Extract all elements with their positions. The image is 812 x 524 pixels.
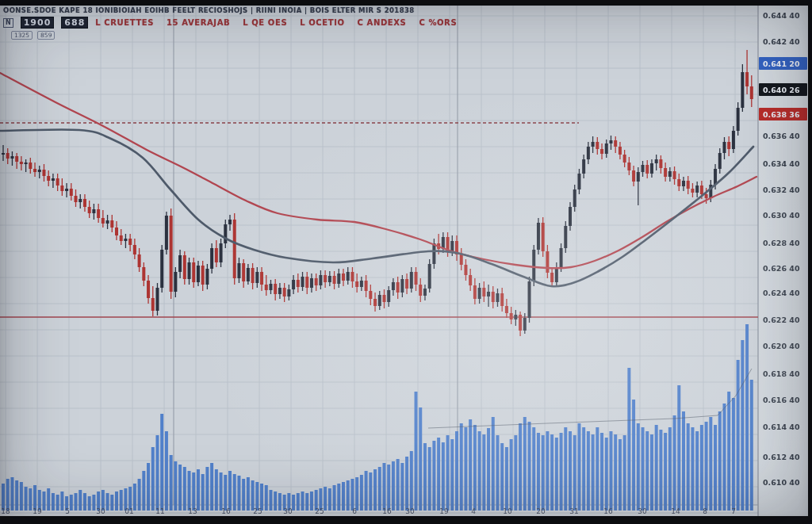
- candle: [500, 293, 504, 306]
- volume-bar: [659, 430, 662, 511]
- candle: [741, 72, 744, 108]
- volume-bar: [29, 488, 32, 511]
- volume-bar: [709, 417, 712, 511]
- price-axis-label: 0.620 40: [763, 342, 800, 350]
- volume-bar: [396, 459, 400, 511]
- volume-bar: [592, 434, 595, 511]
- candle: [52, 178, 55, 181]
- volume-bar: [25, 487, 28, 511]
- candle: [287, 289, 290, 296]
- volume-bar: [655, 425, 658, 511]
- volume-bar: [2, 484, 5, 511]
- svg-text:0.640 26: 0.640 26: [763, 86, 800, 94]
- volume-bar: [500, 443, 504, 511]
- candle: [700, 186, 703, 194]
- candle: [614, 140, 617, 147]
- volume-bar: [174, 461, 177, 511]
- time-axis-label: 11: [155, 507, 164, 515]
- volume-bar: [614, 434, 617, 511]
- candle: [519, 315, 522, 331]
- candle: [42, 170, 45, 176]
- candle: [732, 131, 735, 149]
- volume-bar: [528, 422, 531, 511]
- candle: [650, 163, 653, 174]
- volume-bar: [142, 471, 145, 511]
- price-chart[interactable]: 0.644 400.642 400.636 400.634 400.632 40…: [0, 6, 808, 516]
- candle: [274, 284, 277, 294]
- volume-bar: [632, 400, 635, 511]
- monitor-bezel: 0.644 400.642 400.636 400.634 400.632 40…: [0, 0, 812, 524]
- candle: [410, 272, 413, 289]
- candle: [727, 142, 730, 149]
- volume-bar: [582, 427, 585, 511]
- candle: [369, 291, 372, 299]
- candle: [718, 153, 722, 169]
- candle: [569, 207, 572, 226]
- candle: [360, 281, 363, 287]
- candle: [355, 281, 358, 287]
- volume-bar: [428, 447, 431, 511]
- volume-bar: [432, 441, 435, 511]
- volume-bar: [355, 477, 358, 511]
- volume-bar: [514, 435, 517, 511]
- price-axis-label: 0.642 40: [763, 37, 800, 46]
- candle: [600, 149, 603, 154]
- volume-bar: [455, 431, 458, 511]
- volume-bar: [183, 467, 186, 511]
- volume-bar: [437, 438, 440, 511]
- candle: [337, 273, 340, 284]
- candle: [482, 288, 485, 296]
- volume-bar: [600, 433, 603, 511]
- candle: [92, 209, 95, 213]
- volume-bar: [722, 404, 726, 511]
- volume-bar: [301, 491, 304, 511]
- candle: [269, 284, 272, 290]
- candle: [6, 153, 10, 159]
- volume-bar: [523, 417, 527, 511]
- candle: [546, 251, 549, 273]
- volume-bar: [460, 423, 463, 511]
- candle: [673, 171, 676, 179]
- time-axis-label: 31: [569, 507, 578, 515]
- candle: [537, 223, 540, 250]
- volume-bar: [627, 368, 630, 511]
- candle: [405, 279, 408, 289]
- candle: [550, 273, 553, 282]
- volume-bar: [560, 433, 563, 511]
- candle: [492, 292, 495, 302]
- candle: [79, 199, 82, 202]
- volume-bar: [609, 431, 612, 511]
- candle: [627, 163, 630, 170]
- volume-bar: [419, 407, 422, 511]
- candle: [60, 186, 63, 191]
- volume-bar: [155, 435, 159, 511]
- volume-bar: [233, 474, 236, 511]
- volume-bar: [215, 469, 218, 511]
- volume-bar: [88, 496, 91, 511]
- time-axis-label: 20: [536, 507, 546, 515]
- candle: [432, 243, 435, 264]
- volume-bar: [682, 411, 685, 511]
- candle: [70, 189, 73, 196]
- volume-bar: [446, 435, 450, 511]
- candle: [496, 293, 499, 302]
- candle: [233, 220, 236, 278]
- candle: [387, 290, 390, 302]
- volume-bar: [378, 467, 381, 511]
- candle: [469, 275, 472, 285]
- candle: [10, 156, 13, 159]
- candle: [691, 189, 694, 193]
- candle: [215, 248, 218, 262]
- volume-bar: [596, 427, 599, 511]
- volume-bar: [224, 475, 227, 511]
- volume-bar: [619, 439, 622, 511]
- volume-bar: [369, 472, 372, 511]
- volume-bar: [305, 493, 308, 511]
- candle: [29, 163, 32, 169]
- time-axis-label: 8: [703, 507, 707, 515]
- volume-bar: [92, 495, 95, 511]
- volume-bar: [450, 439, 454, 511]
- price-axis-label: 0.622 40: [763, 316, 800, 324]
- candle: [65, 189, 68, 191]
- volume-bar: [405, 457, 408, 511]
